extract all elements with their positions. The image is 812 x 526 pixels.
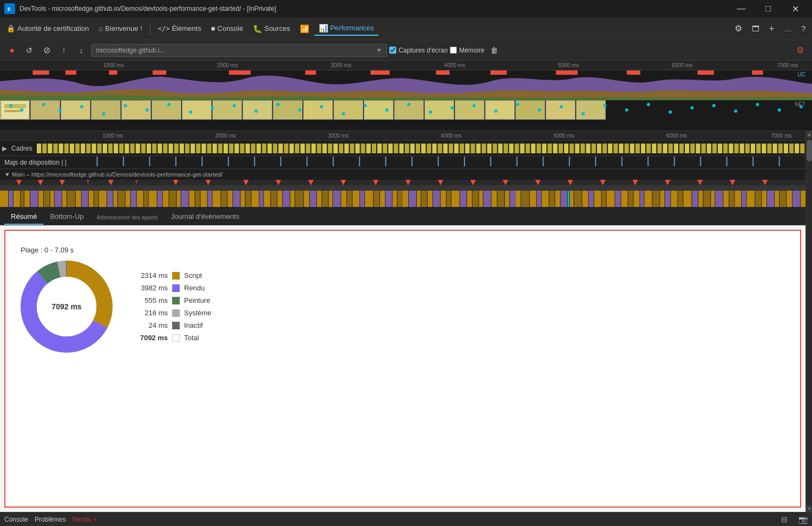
clear-btn[interactable]: ⊘ <box>39 43 54 58</box>
collapse-icon[interactable]: ▼ <box>4 171 10 178</box>
svg-rect-61 <box>64 144 68 153</box>
legend: 2314 ms Script 3982 ms Rendu <box>130 271 212 342</box>
nav-elements[interactable]: </> Éléments <box>154 22 206 35</box>
scroll-down-arrow[interactable]: ▼ <box>806 505 812 512</box>
perf-settings-btn[interactable]: ⚙ <box>793 43 808 58</box>
svg-rect-166 <box>641 144 645 153</box>
delete-btn[interactable]: 🗑 <box>487 43 502 58</box>
status-console[interactable]: Console <box>4 516 28 523</box>
svg-rect-72 <box>125 144 129 153</box>
svg-rect-172 <box>674 144 678 153</box>
svg-rect-354 <box>660 191 664 207</box>
captures-input[interactable] <box>389 47 396 54</box>
legend-peinture-value: 555 ms <box>130 296 168 304</box>
url-dropdown-icon[interactable]: ▼ <box>376 47 382 54</box>
svg-rect-368 <box>746 191 755 207</box>
svg-rect-336 <box>542 191 549 207</box>
svg-rect-351 <box>640 191 644 207</box>
svg-rect-145 <box>526 144 530 153</box>
svg-marker-227 <box>108 180 114 185</box>
nav-sources[interactable]: 🐛 Sources <box>248 22 294 35</box>
nav-dock[interactable]: 🗖 <box>748 22 764 35</box>
svg-rect-129 <box>437 144 442 153</box>
svg-rect-156 <box>586 144 590 153</box>
svg-rect-163 <box>624 144 628 153</box>
legend-peinture-name: Peinture <box>184 296 210 304</box>
captures-checkbox[interactable]: Captures d'écran <box>389 47 448 54</box>
d-marker-1000: 1000 ms <box>102 133 123 139</box>
legend-inactif-name: Inactif <box>184 321 203 329</box>
maximize-btn[interactable]: □ <box>756 0 781 17</box>
svg-rect-324 <box>473 191 479 207</box>
svg-rect-299 <box>317 191 322 207</box>
cpu-chart: UC <box>0 70 812 100</box>
memoire-input[interactable] <box>450 47 457 54</box>
svg-rect-120 <box>388 144 392 153</box>
close-btn[interactable]: ✕ <box>783 0 808 17</box>
svg-rect-143 <box>514 144 519 153</box>
nav-more[interactable]: … <box>780 22 796 35</box>
svg-rect-92 <box>234 144 239 153</box>
svg-marker-240 <box>535 180 541 185</box>
svg-rect-257 <box>50 191 54 207</box>
svg-rect-114 <box>355 144 359 153</box>
window-controls: — □ ✕ <box>729 0 808 17</box>
nav-settings[interactable]: ⚙ <box>730 21 746 36</box>
scroll-up-arrow[interactable]: ▲ <box>806 131 812 138</box>
svg-rect-193 <box>789 144 794 153</box>
nav-performances[interactable]: 📊 Performances <box>315 22 378 36</box>
nav-plus[interactable]: + <box>765 22 778 36</box>
legend-total-value: 7092 ms <box>130 334 168 342</box>
record-btn[interactable]: ● <box>4 43 19 58</box>
dock-bottom-icon[interactable]: ⊟ <box>781 515 788 524</box>
chevron-right-icon[interactable]: ▶ <box>2 145 7 152</box>
svg-rect-94 <box>245 144 250 153</box>
title-bar: E DevTools - microsoftedge.github.io/Dem… <box>0 0 812 17</box>
record-icon: ● <box>9 46 15 55</box>
nav-autorisation[interactable]: 🔒 Autorité de certification <box>2 22 93 35</box>
nav-console[interactable]: ■ Console <box>207 22 248 35</box>
svg-rect-16 <box>4 104 26 108</box>
refresh-btn[interactable]: ↺ <box>22 43 37 58</box>
tab-bottom-up[interactable]: Bottom-Up <box>43 209 90 225</box>
svg-rect-133 <box>460 144 464 153</box>
legend-total-color <box>172 334 180 342</box>
tab-journal[interactable]: Journal d'événements <box>164 209 246 225</box>
svg-rect-175 <box>690 144 695 153</box>
cpu-svg <box>0 70 812 100</box>
svg-rect-268 <box>118 191 125 207</box>
scroll-thumb[interactable] <box>807 140 812 161</box>
bug-icon: 🐛 <box>253 24 262 33</box>
memoire-checkbox[interactable]: Mémoire <box>450 47 484 54</box>
screenshot-icon[interactable]: 📷 <box>798 515 808 524</box>
svg-rect-358 <box>683 191 691 207</box>
status-rendu[interactable]: Rendu + <box>72 516 97 523</box>
tab-resume[interactable]: Résumé <box>4 209 43 225</box>
svg-rect-345 <box>602 191 606 207</box>
svg-rect-169 <box>657 144 662 153</box>
legend-rendu: 3982 ms Rendu <box>130 284 212 292</box>
status-problemes[interactable]: Problèmes <box>35 516 66 523</box>
nav-wifi[interactable]: 📶 <box>296 22 313 35</box>
svg-rect-283 <box>212 191 220 207</box>
svg-rect-107 <box>317 144 321 153</box>
svg-rect-333 <box>521 191 529 207</box>
svg-rect-316 <box>421 191 427 207</box>
right-scrollbar[interactable]: ▲ ▼ <box>806 131 812 512</box>
svg-marker-224 <box>38 180 43 185</box>
svg-rect-338 <box>555 191 560 207</box>
svg-rect-341 <box>574 191 582 207</box>
svg-rect-297 <box>304 191 309 207</box>
svg-rect-117 <box>372 144 376 153</box>
svg-rect-295 <box>290 191 294 207</box>
download-btn[interactable]: ↓ <box>74 43 89 58</box>
svg-rect-273 <box>149 191 157 207</box>
svg-rect-119 <box>383 144 387 153</box>
tab-arbre[interactable]: Arborescence des appels <box>90 211 165 225</box>
upload-btn[interactable]: ↑ <box>56 43 71 58</box>
svg-rect-74 <box>135 144 140 153</box>
minimize-btn[interactable]: — <box>729 0 754 17</box>
svg-rect-195 <box>800 144 804 153</box>
nav-help[interactable]: ? <box>797 22 810 35</box>
nav-bienvenue[interactable]: ⌂ Bienvenue ! <box>94 22 147 35</box>
